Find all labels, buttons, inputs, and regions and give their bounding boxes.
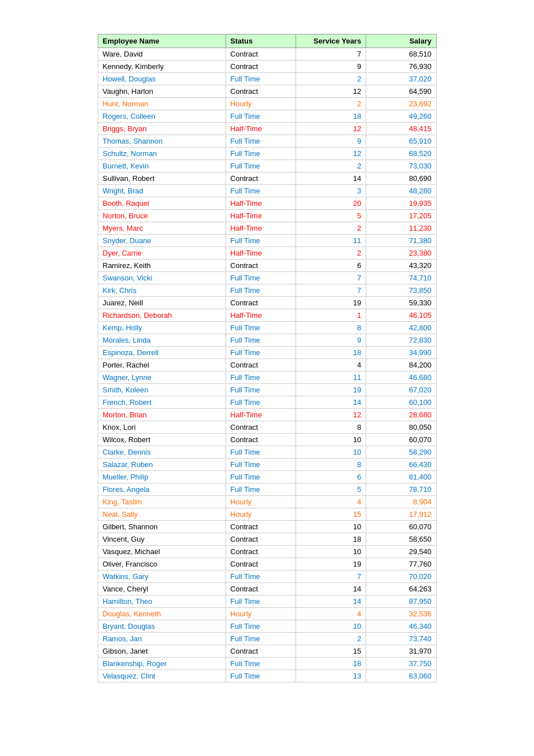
cell-status: Half-Time — [225, 247, 296, 260]
table-row: Snyder, DuaneFull Time1171,380 — [98, 235, 436, 247]
cell-years: 2 — [296, 98, 366, 110]
cell-status: Full Time — [225, 160, 296, 172]
cell-years: 10 — [296, 620, 366, 633]
table-row: Smith, KoleenFull Time1967,020 — [98, 384, 436, 396]
cell-name: Sullivan, Robert — [98, 172, 225, 185]
cell-years: 4 — [296, 608, 366, 620]
table-row: Morton, BrianHalf-Time1228,680 — [98, 409, 436, 421]
table-row: Vasquez, MichaelContract1029,540 — [98, 546, 436, 558]
cell-name: Schultz, Norman — [98, 148, 225, 160]
cell-years: 2 — [296, 222, 366, 235]
header-salary: Salary — [366, 34, 436, 48]
cell-name: Vincent, Guy — [98, 533, 225, 546]
cell-years: 14 — [296, 583, 366, 595]
table-row: Watkins, GaryFull Time770,020 — [98, 571, 436, 583]
cell-name: Burnett, Kevin — [98, 160, 225, 172]
cell-years: 12 — [296, 85, 366, 98]
cell-status: Full Time — [225, 322, 296, 334]
cell-status: Contract — [225, 434, 296, 446]
cell-status: Full Time — [225, 384, 296, 396]
cell-status: Full Time — [225, 446, 296, 459]
table-row: Bryant, DouglasFull Time1046,340 — [98, 620, 436, 633]
cell-salary: 64,590 — [366, 85, 436, 98]
cell-years: 12 — [296, 123, 366, 135]
table-row: Velasquez, ClintFull Time1363,060 — [98, 670, 436, 682]
cell-years: 6 — [296, 471, 366, 483]
cell-name: Porter, Rachel — [98, 359, 225, 371]
table-row: Thomas, ShannonFull Time965,910 — [98, 135, 436, 148]
cell-salary: 8,904 — [366, 496, 436, 508]
cell-status: Hourly — [225, 508, 296, 521]
cell-salary: 46,105 — [366, 309, 436, 322]
cell-salary: 84,200 — [366, 359, 436, 371]
cell-status: Contract — [225, 48, 296, 61]
cell-status: Full Time — [225, 73, 296, 85]
table-row: Flores, AngelaFull Time578,710 — [98, 483, 436, 496]
cell-salary: 32,536 — [366, 608, 436, 620]
cell-salary: 73,850 — [366, 284, 436, 297]
table-row: Gilbert, ShannonContract1060,070 — [98, 521, 436, 533]
cell-name: Kirk, Chris — [98, 284, 225, 297]
cell-status: Full Time — [225, 284, 296, 297]
cell-name: Ramos, Jan — [98, 633, 225, 645]
cell-salary: 67,020 — [366, 384, 436, 396]
header-name: Employee Name — [98, 34, 225, 48]
cell-years: 8 — [296, 421, 366, 434]
cell-years: 18 — [296, 347, 366, 359]
table-row: King, TaslimHourly48,904 — [98, 496, 436, 508]
cell-name: Ramirez, Keith — [98, 260, 225, 272]
cell-salary: 17,912 — [366, 508, 436, 521]
table-row: Neal, SallyHourly1517,912 — [98, 508, 436, 521]
cell-salary: 87,950 — [366, 595, 436, 608]
cell-salary: 42,800 — [366, 322, 436, 334]
table-row: Ramirez, KeithContract643,320 — [98, 260, 436, 272]
cell-years: 18 — [296, 658, 366, 670]
cell-status: Contract — [225, 546, 296, 558]
cell-status: Hourly — [225, 496, 296, 508]
cell-salary: 37,750 — [366, 658, 436, 670]
table-row: Rogers, ColleenFull Time1849,260 — [98, 110, 436, 123]
cell-name: Mueller, Philip — [98, 471, 225, 483]
cell-status: Full Time — [225, 620, 296, 633]
cell-name: Howell, Douglas — [98, 73, 225, 85]
cell-name: Oliver, Francisco — [98, 558, 225, 571]
cell-status: Full Time — [225, 670, 296, 682]
table-header-row: Employee Name Status Service Years Salar… — [98, 34, 436, 48]
cell-years: 5 — [296, 483, 366, 496]
table-row: Norton, BruceHalf-Time517,205 — [98, 210, 436, 222]
table-row: Myers, MarcHalf-Time211,230 — [98, 222, 436, 235]
table-row: Richardson, DeborahHalf-Time146,105 — [98, 309, 436, 322]
cell-name: Rogers, Colleen — [98, 110, 225, 123]
cell-years: 11 — [296, 235, 366, 247]
header-status: Status — [225, 34, 296, 48]
cell-years: 10 — [296, 546, 366, 558]
cell-years: 20 — [296, 197, 366, 210]
cell-years: 19 — [296, 297, 366, 309]
cell-status: Contract — [225, 297, 296, 309]
table-row: Mueller, PhilipFull Time681,400 — [98, 471, 436, 483]
cell-name: Vasquez, Michael — [98, 546, 225, 558]
cell-name: Gilbert, Shannon — [98, 521, 225, 533]
table-row: Blankenship, RogerFull Time1837,750 — [98, 658, 436, 670]
cell-years: 12 — [296, 148, 366, 160]
cell-name: Norton, Bruce — [98, 210, 225, 222]
cell-salary: 48,415 — [366, 123, 436, 135]
cell-name: Ware, David — [98, 48, 225, 61]
cell-name: Bryant, Douglas — [98, 620, 225, 633]
cell-name: Smith, Koleen — [98, 384, 225, 396]
cell-name: Douglas, Kenneth — [98, 608, 225, 620]
table-row: Burnett, KevinFull Time273,030 — [98, 160, 436, 172]
cell-status: Full Time — [225, 595, 296, 608]
cell-name: Blankenship, Roger — [98, 658, 225, 670]
cell-status: Contract — [225, 558, 296, 571]
cell-salary: 77,760 — [366, 558, 436, 571]
cell-years: 10 — [296, 446, 366, 459]
cell-years: 18 — [296, 533, 366, 546]
cell-status: Full Time — [225, 148, 296, 160]
cell-status: Hourly — [225, 98, 296, 110]
table-row: Juarez, NeillContract1959,330 — [98, 297, 436, 309]
cell-name: Morales, Linda — [98, 334, 225, 347]
cell-status: Half-Time — [225, 409, 296, 421]
cell-status: Contract — [225, 533, 296, 546]
table-row: Briggs, BryanHalf-Time1248,415 — [98, 123, 436, 135]
